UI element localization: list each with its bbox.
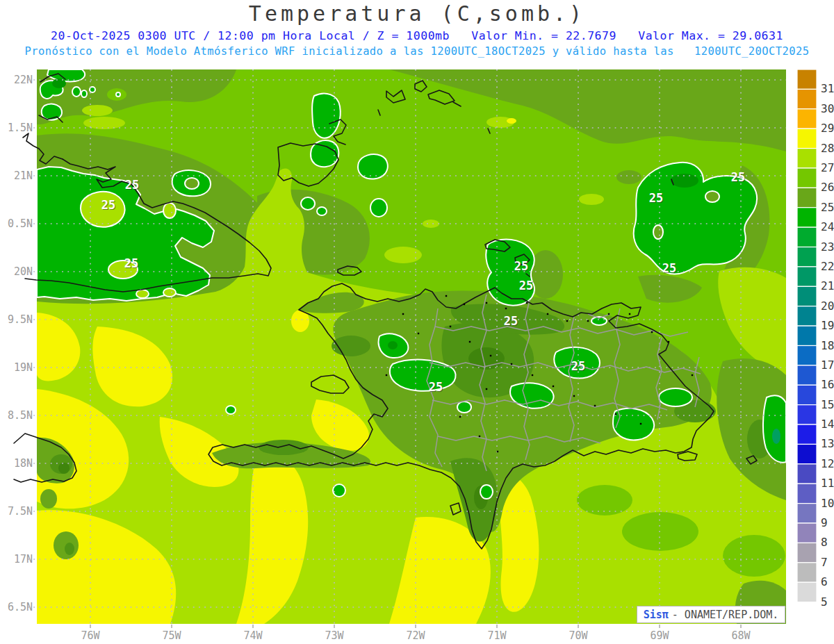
colorbar-segment (797, 208, 817, 227)
colorbar-value-label: 23 (821, 240, 834, 254)
colorbar: 3130292827262524232221201918171615141312… (797, 69, 834, 622)
station-dot (497, 451, 498, 452)
cool-core (52, 79, 66, 88)
watermark-text: - ONAMET/REP.DOM. (672, 609, 779, 621)
olive-band (616, 170, 641, 184)
colorbar-segment (797, 543, 817, 562)
latitude-label: 1.5N (8, 122, 33, 134)
mountain-core (58, 463, 70, 474)
station-dot (532, 374, 533, 376)
colorbar-segment (797, 484, 817, 503)
station-dot (692, 374, 693, 376)
colorbar-segment (797, 326, 817, 345)
colorbar-value-label: 29 (821, 122, 834, 135)
colorbar-segment (797, 188, 817, 207)
cool-blob-25 (457, 402, 471, 413)
colorbar-segment (797, 602, 817, 622)
cool-blob-25 (301, 197, 315, 210)
station-dot (479, 436, 480, 437)
longitude-label: 75W (162, 629, 181, 642)
colorbar-segment (797, 464, 817, 484)
longitude-label: 72W (406, 629, 425, 642)
mountain-shade (259, 440, 309, 455)
station-dot (486, 302, 487, 304)
mid-spot (622, 512, 698, 551)
contour-value-label: 25 (649, 191, 663, 205)
watermark-brand: Sisπ (644, 609, 669, 621)
station-dot (573, 395, 575, 397)
colorbar-value-label: 17 (821, 358, 834, 372)
station-dot (386, 374, 387, 376)
shaded-temperature-fills (37, 69, 786, 624)
colorbar-value-label: 15 (821, 398, 834, 411)
contour-hole (185, 178, 199, 189)
latitude-label: 7.5N (8, 505, 33, 518)
colorbar-segment (797, 89, 817, 108)
teal-spot (772, 429, 780, 444)
colorbar-segment (797, 129, 817, 148)
colorbar-value-label: 8 (821, 536, 828, 549)
colorbar-segment (797, 168, 817, 188)
longitude-label: 70W (569, 629, 588, 642)
station-dot (505, 308, 507, 309)
contour-value-label: 25 (514, 259, 528, 273)
station-dot (553, 386, 554, 387)
cool-blob-25 (317, 207, 327, 215)
colorbar-value-label: 12 (821, 457, 834, 470)
contour-hole (163, 288, 176, 297)
colorbar-value-label: 6 (821, 575, 828, 588)
cool-blob-25 (42, 104, 62, 120)
station-dot (445, 295, 447, 297)
contour-hole (163, 203, 176, 218)
colorbar-segment (797, 365, 817, 385)
colorbar-value-label: 21 (821, 279, 834, 292)
cool-core (671, 174, 698, 188)
latitude-label: 6.5N (8, 601, 33, 613)
contour-value-label: 25 (504, 314, 518, 328)
longitude-label: 69W (650, 629, 669, 642)
colorbar-value-label: 28 (821, 142, 834, 155)
colorbar-segment (797, 405, 817, 424)
warm-band (83, 117, 125, 129)
cool-blob-25 (358, 154, 388, 179)
colorbar-segment (797, 582, 817, 602)
longitude-label: 74W (243, 629, 263, 642)
contour-value-label: 25 (125, 178, 139, 192)
latitude-label: 8.5N (8, 409, 33, 422)
cool-core (388, 341, 398, 349)
contour-value-label: 25 (519, 279, 533, 292)
station-dot (547, 313, 548, 315)
contour-value-label: 25 (731, 170, 745, 184)
contour-value-label: 25 (101, 198, 115, 212)
station-dot (594, 405, 596, 406)
colorbar-value-label: 30 (821, 102, 834, 115)
contour-value-label: 25 (124, 256, 138, 270)
contour-hole (653, 225, 663, 239)
longitude-label: 71W (487, 629, 507, 642)
station-dot (450, 326, 451, 327)
mid-spot (723, 535, 785, 577)
colorbar-value-label: 31 (821, 82, 834, 95)
contour-value-label: 25 (571, 359, 585, 373)
temperature-forecast-page: Temperatura (C,somb.) 20-Oct-2025 0300 U… (0, 0, 834, 644)
colorbar-value-label: 10 (821, 497, 834, 510)
colorbar-value-label: 14 (821, 418, 834, 431)
warm-band (384, 247, 422, 263)
colorbar-value-label: 11 (821, 477, 834, 490)
station-dot (608, 313, 610, 315)
cool-blob-25 (72, 87, 81, 97)
colorbar-value-label: 18 (821, 339, 834, 352)
latitude-label: 22N (14, 74, 33, 86)
station-dot (490, 355, 491, 356)
colorbar-segment (797, 149, 817, 168)
colorbar-segment (797, 563, 817, 582)
station-dot (651, 331, 653, 333)
cool-blob-25 (81, 90, 87, 97)
colorbar-segment (797, 346, 817, 365)
hot-band (507, 118, 516, 124)
latitude-label: 0.5N (8, 217, 33, 230)
temperature-map-plot: 2525252525252525252525 22N1.5N21N0.5N20N… (0, 0, 834, 644)
contour-hole (136, 290, 149, 298)
warm-band (82, 105, 113, 116)
colorbar-value-label: 5 (821, 595, 828, 609)
